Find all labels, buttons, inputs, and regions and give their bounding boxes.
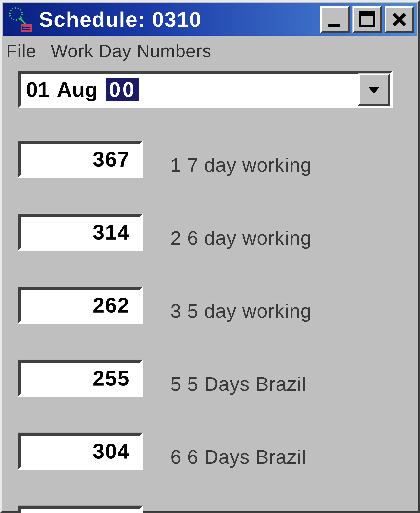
date-selected-year: 00 xyxy=(106,78,139,101)
menu-work-day-numbers[interactable]: Work Day Numbers xyxy=(51,41,211,61)
list-item: 262 3 5 day working xyxy=(18,286,402,324)
value-field[interactable]: 367 xyxy=(18,141,143,178)
minimize-button[interactable] xyxy=(320,6,350,33)
menubar: File Work Day Numbers xyxy=(6,37,414,71)
value-field[interactable]: 262 xyxy=(18,286,143,324)
dropdown-button[interactable] xyxy=(358,73,390,106)
svg-rect-7 xyxy=(360,12,374,16)
close-button[interactable] xyxy=(385,6,414,33)
maximize-button[interactable] xyxy=(352,6,382,33)
value-field[interactable]: 314 xyxy=(18,214,143,251)
value-field[interactable]: 255 xyxy=(18,359,143,397)
value-label: 5 5 Days Brazil xyxy=(170,373,306,395)
window-title: Schedule: 0310 xyxy=(39,7,320,32)
window-controls xyxy=(320,6,414,33)
list-item: 367 1 7 day working xyxy=(18,141,402,178)
list-item: 304 6 6 Days Brazil xyxy=(18,432,402,470)
svg-rect-5 xyxy=(328,24,340,26)
menu-file[interactable]: File xyxy=(6,41,36,61)
list-item: 367 7 7 Days Brazil xyxy=(18,506,402,513)
value-label: 6 6 Days Brazil xyxy=(170,446,306,468)
date-dropdown-text: 01 Aug 00 xyxy=(21,77,139,102)
value-field[interactable]: 367 xyxy=(18,506,143,513)
list-item: 255 5 5 Days Brazil xyxy=(18,359,402,397)
value-label: 3 5 day working xyxy=(170,300,312,322)
client-area: 01 Aug 00 367 1 7 day working 314 2 6 da… xyxy=(2,71,418,513)
titlebar: Schedule: 0310 xyxy=(3,3,417,36)
value-label: 2 6 day working xyxy=(170,227,312,249)
date-prefix: 01 Aug xyxy=(26,78,98,101)
list-item: 314 2 6 day working xyxy=(18,214,402,251)
workday-list: 367 1 7 day working 314 2 6 day working … xyxy=(18,141,402,513)
value-field[interactable]: 304 xyxy=(18,432,143,470)
value-label: 1 7 day working xyxy=(170,154,312,176)
date-dropdown[interactable]: 01 Aug 00 xyxy=(18,71,393,108)
app-window: Schedule: 0310 File Work Day Numbers 01 … xyxy=(0,0,420,513)
app-icon xyxy=(7,6,34,33)
svg-marker-10 xyxy=(368,87,380,94)
